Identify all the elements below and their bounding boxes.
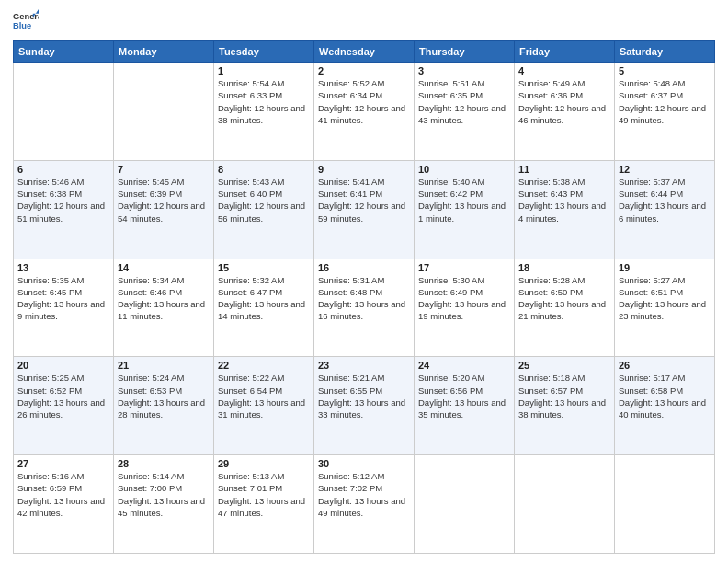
day-number: 19: [619, 262, 711, 273]
day-number: 24: [418, 360, 510, 371]
day-info: Sunrise: 5:20 AM Sunset: 6:56 PM Dayligh…: [418, 372, 510, 420]
day-info: Sunrise: 5:18 AM Sunset: 6:57 PM Dayligh…: [518, 372, 610, 420]
calendar-cell: 26 Sunrise: 5:17 AM Sunset: 6:58 PM Dayl…: [615, 357, 715, 455]
day-info: Sunrise: 5:30 AM Sunset: 6:49 PM Dayligh…: [418, 274, 510, 323]
day-info: Sunrise: 5:43 AM Sunset: 6:40 PM Dayligh…: [218, 176, 310, 224]
day-info: Sunrise: 5:38 AM Sunset: 6:43 PM Dayligh…: [518, 176, 610, 224]
day-info: Sunrise: 5:46 AM Sunset: 6:38 PM Dayligh…: [17, 176, 109, 224]
logo-icon: General Blue: [13, 9, 39, 35]
day-number: 14: [118, 262, 210, 273]
calendar-table: SundayMondayTuesdayWednesdayThursdayFrid…: [13, 40, 715, 554]
weekday-header: Wednesday: [314, 41, 415, 63]
day-number: 13: [17, 262, 109, 273]
day-info: Sunrise: 5:31 AM Sunset: 6:48 PM Dayligh…: [318, 274, 410, 323]
day-number: 22: [218, 360, 310, 371]
calendar-week-row: 13 Sunrise: 5:35 AM Sunset: 6:45 PM Dayl…: [14, 259, 715, 357]
calendar-cell: 4 Sunrise: 5:49 AM Sunset: 6:36 PM Dayli…: [515, 63, 615, 161]
calendar-cell: 1 Sunrise: 5:54 AM Sunset: 6:33 PM Dayli…: [214, 63, 314, 161]
calendar-cell: 27 Sunrise: 5:16 AM Sunset: 6:59 PM Dayl…: [14, 455, 114, 554]
calendar-cell: 19 Sunrise: 5:27 AM Sunset: 6:51 PM Dayl…: [615, 259, 715, 357]
weekday-header: Saturday: [615, 41, 715, 63]
day-info: Sunrise: 5:17 AM Sunset: 6:58 PM Dayligh…: [619, 372, 711, 420]
calendar-cell: 18 Sunrise: 5:28 AM Sunset: 6:50 PM Dayl…: [515, 259, 615, 357]
day-info: Sunrise: 5:48 AM Sunset: 6:37 PM Dayligh…: [619, 77, 711, 126]
calendar-cell: 13 Sunrise: 5:35 AM Sunset: 6:45 PM Dayl…: [14, 259, 114, 357]
day-info: Sunrise: 5:41 AM Sunset: 6:41 PM Dayligh…: [318, 176, 410, 224]
weekday-header: Sunday: [14, 41, 114, 63]
day-info: Sunrise: 5:34 AM Sunset: 6:46 PM Dayligh…: [118, 274, 210, 323]
day-info: Sunrise: 5:13 AM Sunset: 7:01 PM Dayligh…: [218, 470, 310, 519]
day-number: 3: [418, 65, 510, 76]
calendar-cell: [14, 63, 114, 161]
day-info: Sunrise: 5:35 AM Sunset: 6:45 PM Dayligh…: [17, 274, 109, 323]
day-number: 17: [418, 262, 510, 273]
weekday-header: Friday: [515, 41, 615, 63]
calendar-cell: 20 Sunrise: 5:25 AM Sunset: 6:52 PM Dayl…: [14, 357, 114, 455]
calendar-cell: 12 Sunrise: 5:37 AM Sunset: 6:44 PM Dayl…: [615, 160, 715, 259]
calendar-cell: 7 Sunrise: 5:45 AM Sunset: 6:39 PM Dayli…: [114, 160, 214, 259]
day-info: Sunrise: 5:22 AM Sunset: 6:54 PM Dayligh…: [218, 372, 310, 420]
day-number: 27: [17, 458, 109, 469]
day-info: Sunrise: 5:27 AM Sunset: 6:51 PM Dayligh…: [619, 274, 711, 323]
day-info: Sunrise: 5:25 AM Sunset: 6:52 PM Dayligh…: [17, 372, 109, 420]
calendar-cell: 28 Sunrise: 5:14 AM Sunset: 7:00 PM Dayl…: [114, 455, 214, 554]
calendar-cell: 14 Sunrise: 5:34 AM Sunset: 6:46 PM Dayl…: [114, 259, 214, 357]
day-number: 30: [318, 458, 410, 469]
day-info: Sunrise: 5:40 AM Sunset: 6:42 PM Dayligh…: [418, 176, 510, 224]
day-number: 7: [118, 164, 210, 175]
calendar-cell: 5 Sunrise: 5:48 AM Sunset: 6:37 PM Dayli…: [615, 63, 715, 161]
day-info: Sunrise: 5:37 AM Sunset: 6:44 PM Dayligh…: [619, 176, 711, 224]
calendar-week-row: 6 Sunrise: 5:46 AM Sunset: 6:38 PM Dayli…: [14, 160, 715, 259]
calendar-cell: 30 Sunrise: 5:12 AM Sunset: 7:02 PM Dayl…: [314, 455, 415, 554]
calendar-cell: 15 Sunrise: 5:32 AM Sunset: 6:47 PM Dayl…: [214, 259, 314, 357]
calendar-cell: 10 Sunrise: 5:40 AM Sunset: 6:42 PM Dayl…: [415, 160, 515, 259]
day-number: 10: [418, 164, 510, 175]
calendar-week-row: 1 Sunrise: 5:54 AM Sunset: 6:33 PM Dayli…: [14, 63, 715, 161]
day-info: Sunrise: 5:45 AM Sunset: 6:39 PM Dayligh…: [118, 176, 210, 224]
weekday-header: Monday: [114, 41, 214, 63]
calendar-week-row: 20 Sunrise: 5:25 AM Sunset: 6:52 PM Dayl…: [14, 357, 715, 455]
day-info: Sunrise: 5:52 AM Sunset: 6:34 PM Dayligh…: [318, 77, 410, 126]
day-info: Sunrise: 5:16 AM Sunset: 6:59 PM Dayligh…: [17, 470, 109, 519]
calendar-cell: [515, 455, 615, 554]
calendar-cell: [615, 455, 715, 554]
svg-text:Blue: Blue: [13, 21, 31, 30]
calendar-week-row: 27 Sunrise: 5:16 AM Sunset: 6:59 PM Dayl…: [14, 455, 715, 554]
calendar-cell: 25 Sunrise: 5:18 AM Sunset: 6:57 PM Dayl…: [515, 357, 615, 455]
day-number: 18: [518, 262, 610, 273]
day-info: Sunrise: 5:24 AM Sunset: 6:53 PM Dayligh…: [118, 372, 210, 420]
day-number: 1: [218, 65, 310, 76]
day-number: 12: [619, 164, 711, 175]
day-number: 16: [318, 262, 410, 273]
weekday-header: Tuesday: [214, 41, 314, 63]
day-info: Sunrise: 5:21 AM Sunset: 6:55 PM Dayligh…: [318, 372, 410, 420]
calendar-cell: 17 Sunrise: 5:30 AM Sunset: 6:49 PM Dayl…: [415, 259, 515, 357]
day-number: 20: [17, 360, 109, 371]
day-number: 23: [318, 360, 410, 371]
calendar-cell: 3 Sunrise: 5:51 AM Sunset: 6:35 PM Dayli…: [415, 63, 515, 161]
calendar-cell: 24 Sunrise: 5:20 AM Sunset: 6:56 PM Dayl…: [415, 357, 515, 455]
day-number: 28: [118, 458, 210, 469]
day-info: Sunrise: 5:12 AM Sunset: 7:02 PM Dayligh…: [318, 470, 410, 519]
calendar-cell: 6 Sunrise: 5:46 AM Sunset: 6:38 PM Dayli…: [14, 160, 114, 259]
day-number: 21: [118, 360, 210, 371]
day-info: Sunrise: 5:49 AM Sunset: 6:36 PM Dayligh…: [518, 77, 610, 126]
calendar-cell: 29 Sunrise: 5:13 AM Sunset: 7:01 PM Dayl…: [214, 455, 314, 554]
day-number: 2: [318, 65, 410, 76]
day-info: Sunrise: 5:54 AM Sunset: 6:33 PM Dayligh…: [218, 77, 310, 126]
page: General Blue SundayMondayTuesdayWednesda…: [0, 0, 728, 563]
header: General Blue: [13, 9, 715, 35]
day-number: 15: [218, 262, 310, 273]
day-info: Sunrise: 5:32 AM Sunset: 6:47 PM Dayligh…: [218, 274, 310, 323]
day-number: 4: [518, 65, 610, 76]
calendar-cell: 8 Sunrise: 5:43 AM Sunset: 6:40 PM Dayli…: [214, 160, 314, 259]
logo: General Blue: [13, 9, 39, 35]
day-number: 29: [218, 458, 310, 469]
day-info: Sunrise: 5:14 AM Sunset: 7:00 PM Dayligh…: [118, 470, 210, 519]
day-number: 9: [318, 164, 410, 175]
day-number: 11: [518, 164, 610, 175]
day-number: 5: [619, 65, 711, 76]
calendar-cell: 11 Sunrise: 5:38 AM Sunset: 6:43 PM Dayl…: [515, 160, 615, 259]
calendar-cell: 9 Sunrise: 5:41 AM Sunset: 6:41 PM Dayli…: [314, 160, 415, 259]
calendar-cell: 21 Sunrise: 5:24 AM Sunset: 6:53 PM Dayl…: [114, 357, 214, 455]
